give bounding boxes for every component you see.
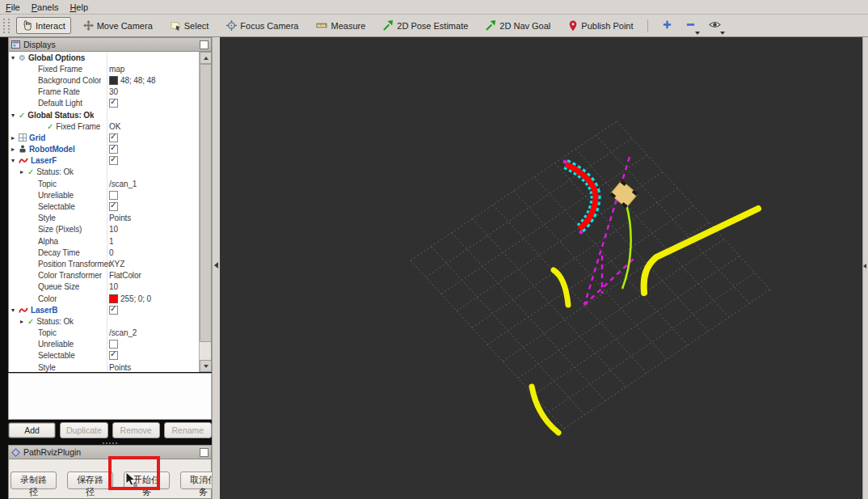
checkbox[interactable]: [109, 133, 118, 142]
displays-tree[interactable]: ▾⚙Global OptionsFixed FramemapBackground…: [8, 52, 212, 372]
tree-row[interactable]: ▾⚙Global Options: [9, 52, 200, 63]
checkbox[interactable]: [109, 156, 118, 165]
tree-row[interactable]: Decay Time0: [9, 247, 200, 258]
menu-help[interactable]: Help: [64, 2, 94, 13]
checkbox[interactable]: [109, 145, 118, 154]
collapse-left-icon[interactable]: [214, 262, 218, 269]
displays-panel-titlebar[interactable]: Displays: [8, 37, 212, 52]
row-value: 1: [109, 237, 113, 246]
expander-icon[interactable]: ▸: [11, 134, 19, 142]
tree-row[interactable]: Color TransformerFlatColor: [9, 270, 200, 281]
tree-row[interactable]: Default Light: [9, 98, 200, 109]
tree-row[interactable]: Selectable: [9, 201, 200, 212]
add-tool-button[interactable]: [658, 17, 676, 34]
tree-row[interactable]: StylePoints: [9, 362, 200, 372]
checkbox[interactable]: [109, 340, 118, 349]
tree-row[interactable]: Queue Size10: [9, 281, 200, 293]
check-icon: ✓: [27, 167, 34, 176]
publish-point-tool-button[interactable]: Publish Point: [563, 17, 638, 35]
measure-tool-button[interactable]: Measure: [310, 17, 371, 34]
eye-icon: [709, 22, 721, 32]
gear-icon: ⚙: [19, 53, 26, 62]
tree-row[interactable]: ▸✓Status: Ok: [9, 167, 200, 178]
row-value: 48; 48; 48: [109, 76, 155, 85]
checkbox[interactable]: [109, 306, 118, 315]
tree-row[interactable]: ▾LaserF: [9, 155, 200, 167]
expander-icon[interactable]: ▾: [11, 112, 19, 119]
checkbox[interactable]: [109, 99, 118, 108]
tree-row[interactable]: ▾LaserB: [9, 304, 200, 315]
tree-row[interactable]: Topic/scan_1: [9, 178, 200, 189]
tree-row[interactable]: Fixed Framemap: [9, 63, 200, 74]
save-path-button[interactable]: 保存路径: [67, 472, 113, 489]
row-label: Color: [38, 294, 57, 303]
menu-panels[interactable]: Panels: [26, 2, 65, 13]
tree-row[interactable]: ▾✓Global Status: Ok: [9, 109, 200, 121]
expander-icon[interactable]: ▾: [11, 54, 19, 61]
remove-tool-button[interactable]: [681, 17, 700, 34]
collapse-right-icon[interactable]: [863, 264, 866, 269]
row-label: Selectable: [38, 202, 75, 211]
tree-scrollbar[interactable]: [199, 52, 211, 372]
tree-row[interactable]: StylePoints: [9, 213, 200, 224]
scroll-down-button[interactable]: [200, 360, 212, 372]
color-swatch[interactable]: [109, 294, 118, 303]
tree-row[interactable]: ▸✓Status: Ok: [9, 315, 200, 327]
interact-tool-button[interactable]: Interact: [16, 17, 71, 34]
expander-icon[interactable]: ▸: [20, 168, 27, 175]
menu-file[interactable]: File: [0, 2, 26, 13]
row-value: [109, 340, 118, 349]
expander-icon[interactable]: ▾: [11, 157, 19, 164]
rename-display-button[interactable]: Rename: [164, 422, 212, 438]
toolbar-grip[interactable]: [3, 19, 10, 33]
grid: [411, 121, 770, 429]
tree-row[interactable]: Alpha1: [9, 235, 200, 247]
row-value: [109, 145, 118, 154]
checkbox[interactable]: [109, 202, 118, 211]
map-pin-icon: [568, 20, 578, 32]
tree-row[interactable]: Unreliable: [9, 339, 200, 350]
expander-icon[interactable]: ▾: [11, 307, 19, 314]
checkbox[interactable]: [109, 351, 118, 360]
row-value: OK: [109, 122, 120, 131]
expander-icon[interactable]: ▸: [20, 318, 27, 325]
row-label: Unreliable: [38, 340, 74, 349]
tree-row[interactable]: Position TransformerXYZ: [9, 258, 200, 269]
panel-float-button[interactable]: [200, 40, 209, 49]
plugin-panel-icon: [11, 448, 20, 457]
record-path-button[interactable]: 录制路径: [11, 472, 57, 489]
focus-camera-tool-button[interactable]: Focus Camera: [221, 17, 304, 34]
tree-row[interactable]: Unreliable: [9, 189, 200, 201]
checkbox[interactable]: [109, 191, 118, 200]
scroll-up-button[interactable]: [200, 52, 212, 64]
scrollbar-thumb[interactable]: [200, 64, 212, 342]
menu-bar: File Panels Help: [0, 0, 868, 15]
move-camera-tool-button[interactable]: Move Camera: [78, 17, 158, 34]
tree-row[interactable]: Background Color48; 48; 48: [9, 74, 200, 86]
nav-goal-tool-button[interactable]: 2D Nav Goal: [480, 17, 556, 34]
toolbar: Interact Move Camera Select Focus Camera: [0, 15, 868, 37]
3d-viewport[interactable]: [220, 37, 863, 499]
tree-row[interactable]: Frame Rate30: [9, 87, 200, 98]
tree-row[interactable]: ▸RobotModel: [9, 144, 200, 155]
right-panel-splitter[interactable]: [862, 37, 868, 499]
tree-row[interactable]: ▸Grid: [9, 132, 200, 143]
tree-row[interactable]: ✓Fixed FrameOK: [9, 121, 200, 132]
stray-point: [579, 230, 584, 235]
color-swatch[interactable]: [109, 76, 118, 85]
expander-icon[interactable]: ▸: [11, 146, 19, 153]
row-value: FlatColor: [109, 271, 141, 280]
tool-properties-button[interactable]: [705, 17, 725, 34]
add-display-button[interactable]: Add: [8, 422, 56, 438]
tree-row[interactable]: Size (Pixels)10: [9, 224, 200, 235]
tree-row[interactable]: Selectable: [9, 350, 200, 362]
tree-row[interactable]: Topic/scan_2: [9, 328, 200, 339]
remove-display-button[interactable]: Remove: [112, 422, 160, 438]
tree-row[interactable]: Color255; 0; 0: [9, 293, 200, 304]
panel-float-button[interactable]: [200, 448, 209, 457]
duplicate-display-button[interactable]: Duplicate: [60, 422, 107, 438]
row-value: 255; 0; 0: [109, 294, 151, 303]
mouse-cursor: [125, 472, 140, 492]
select-tool-button[interactable]: Select: [165, 17, 215, 34]
pose-estimate-tool-button[interactable]: 2D Pose Estimate: [377, 17, 474, 34]
